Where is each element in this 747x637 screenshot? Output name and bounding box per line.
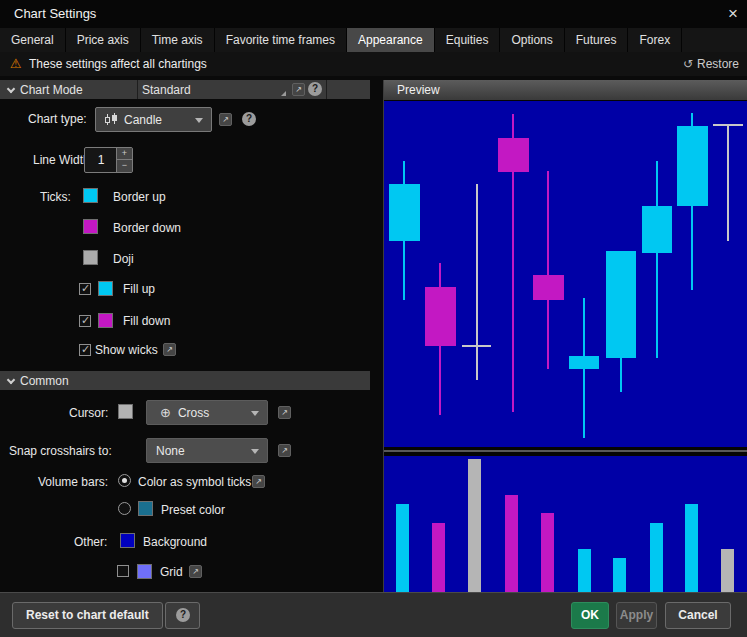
show-wicks-label: Show wicks bbox=[95, 343, 158, 357]
warning-text: These settings affect all chartings bbox=[29, 57, 207, 71]
close-icon[interactable]: × bbox=[728, 0, 738, 28]
preview-volume-bar bbox=[468, 459, 481, 592]
chevron-down-icon bbox=[7, 85, 15, 93]
preview-candle-body bbox=[606, 251, 636, 358]
settings-panel: Chart Mode Standard ↗ ? Chart type: Cand… bbox=[0, 76, 380, 592]
preset-color-swatch[interactable] bbox=[138, 501, 153, 516]
chevron-down-icon bbox=[251, 411, 259, 416]
chevron-down-icon bbox=[7, 376, 15, 384]
divider bbox=[137, 80, 138, 99]
preview-volume-bar bbox=[721, 549, 734, 592]
common-header[interactable]: Common bbox=[0, 371, 370, 390]
ticks-label: Ticks: bbox=[40, 190, 71, 204]
preview-candle-body bbox=[677, 126, 708, 206]
popout-icon[interactable]: ↗ bbox=[219, 113, 232, 126]
preview-doji-cross bbox=[713, 124, 743, 126]
preview-candle-wick bbox=[727, 124, 729, 241]
preview-candle-body bbox=[533, 275, 564, 300]
popout-icon[interactable]: ↗ bbox=[278, 406, 291, 419]
preview-candle-wick bbox=[547, 171, 549, 369]
help-icon[interactable]: ? bbox=[308, 82, 322, 96]
grid-color-swatch[interactable] bbox=[137, 564, 152, 579]
fill-up-label: Fill up bbox=[123, 282, 155, 296]
preview-volume-bar bbox=[432, 523, 445, 592]
tab-options[interactable]: Options bbox=[500, 28, 564, 52]
tab-forex[interactable]: Forex bbox=[628, 28, 682, 52]
apply-button[interactable]: Apply bbox=[616, 602, 657, 629]
show-wicks-checkbox[interactable] bbox=[79, 344, 91, 356]
preview-doji-cross bbox=[462, 345, 491, 347]
tab-time-axis[interactable]: Time axis bbox=[141, 28, 215, 52]
tab-price-axis[interactable]: Price axis bbox=[66, 28, 141, 52]
tab-favorite-time-frames[interactable]: Favorite time frames bbox=[215, 28, 347, 52]
border-up-swatch[interactable] bbox=[83, 188, 98, 203]
other-label: Other: bbox=[74, 535, 107, 549]
increment-button[interactable]: + bbox=[116, 148, 132, 160]
line-width-value: 1 bbox=[85, 148, 117, 172]
chart-mode-header[interactable]: Chart Mode Standard ↗ ? bbox=[0, 80, 370, 99]
fill-up-checkbox[interactable] bbox=[79, 283, 91, 295]
help-icon[interactable]: ? bbox=[242, 112, 256, 126]
fill-down-swatch[interactable] bbox=[98, 313, 113, 328]
preview-volume-bar bbox=[541, 513, 554, 592]
divider bbox=[326, 80, 327, 99]
border-down-swatch[interactable] bbox=[83, 219, 98, 234]
restore-button[interactable]: ↺Restore bbox=[683, 57, 739, 71]
resize-corner-icon bbox=[281, 91, 286, 96]
reset-to-chart-default-button[interactable]: Reset to chart default bbox=[12, 602, 163, 629]
help-icon: ? bbox=[176, 608, 190, 622]
preview-volume-bar bbox=[578, 549, 591, 592]
preview-candle-wick bbox=[656, 161, 658, 358]
popout-icon[interactable]: ↗ bbox=[278, 444, 291, 457]
help-button[interactable]: ? bbox=[165, 602, 200, 629]
footer-bar: Reset to chart default ? OK Apply Cancel bbox=[0, 592, 747, 637]
cancel-button[interactable]: Cancel bbox=[665, 602, 731, 629]
tab-appearance[interactable]: Appearance bbox=[347, 28, 435, 52]
preview-candle-wick bbox=[476, 184, 478, 380]
tab-equities[interactable]: Equities bbox=[435, 28, 501, 52]
snap-crosshairs-value: None bbox=[156, 444, 185, 458]
warning-bar: ⚠ These settings affect all chartings ↺R… bbox=[0, 52, 747, 76]
cursor-dropdown[interactable]: ⊕ Cross bbox=[146, 400, 268, 425]
doji-label: Doji bbox=[113, 252, 134, 266]
popout-icon[interactable]: ↗ bbox=[163, 343, 176, 356]
warning-icon: ⚠ bbox=[10, 56, 22, 72]
color-as-symbol-ticks-label: Color as symbol ticks bbox=[138, 475, 251, 489]
candle-chart-icon bbox=[104, 113, 118, 126]
grid-checkbox[interactable] bbox=[117, 565, 129, 577]
preview-candle-body bbox=[425, 287, 456, 346]
color-as-symbol-ticks-radio[interactable] bbox=[118, 474, 131, 487]
preview-candle-body bbox=[642, 206, 672, 253]
background-color-swatch[interactable] bbox=[120, 533, 135, 548]
decrement-button[interactable]: − bbox=[116, 160, 132, 172]
preview-volume-bar bbox=[396, 504, 409, 592]
crosshair-icon: ⊕ bbox=[160, 405, 171, 420]
preview-candle-pane bbox=[384, 101, 747, 447]
volume-bars-label: Volume bars: bbox=[38, 475, 108, 489]
fill-up-swatch[interactable] bbox=[98, 281, 113, 296]
popout-icon[interactable]: ↗ bbox=[189, 565, 202, 578]
doji-swatch[interactable] bbox=[83, 250, 98, 265]
popout-icon[interactable]: ↗ bbox=[292, 83, 305, 96]
popout-icon[interactable]: ↗ bbox=[252, 475, 265, 488]
ok-button[interactable]: OK bbox=[571, 602, 609, 629]
preset-color-radio[interactable] bbox=[118, 502, 131, 515]
chart-mode-value[interactable]: Standard bbox=[142, 83, 191, 97]
chart-type-dropdown[interactable]: Candle bbox=[95, 107, 212, 132]
tab-general[interactable]: General bbox=[0, 28, 66, 52]
chart-mode-label: Chart Mode bbox=[20, 83, 83, 97]
snap-crosshairs-dropdown[interactable]: None bbox=[146, 438, 268, 463]
cursor-color-swatch[interactable] bbox=[118, 404, 133, 419]
fill-down-label: Fill down bbox=[123, 314, 170, 328]
fill-down-checkbox[interactable] bbox=[79, 315, 91, 327]
chart-settings-dialog: Chart Settings × General Price axis Time… bbox=[0, 0, 747, 637]
title-bar: Chart Settings × bbox=[0, 0, 747, 28]
tab-bar: General Price axis Time axis Favorite ti… bbox=[0, 28, 747, 52]
line-width-stepper[interactable]: 1 + − bbox=[84, 147, 133, 173]
tab-futures[interactable]: Futures bbox=[565, 28, 629, 52]
background-label: Background bbox=[143, 535, 207, 549]
preview-volume-bar bbox=[650, 523, 663, 592]
preview-volume-bar bbox=[505, 495, 518, 592]
snap-crosshairs-label: Snap crosshairs to: bbox=[9, 444, 112, 458]
preview-candle-body bbox=[389, 184, 420, 241]
